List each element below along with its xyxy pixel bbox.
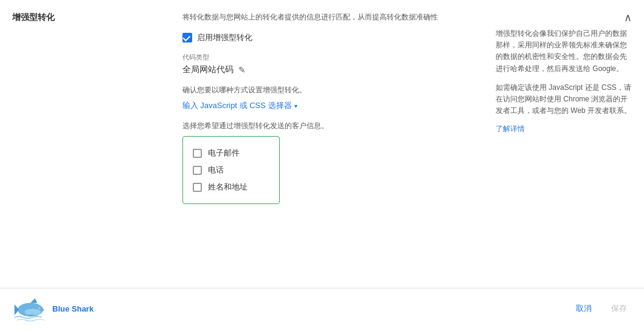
js-css-label: 输入 JavaScript 或 CSS 选择器 bbox=[182, 100, 292, 111]
checkbox-phone[interactable] bbox=[193, 166, 202, 175]
svg-marker-1 bbox=[15, 304, 19, 315]
checkbox-name-address-label: 姓名和地址 bbox=[208, 182, 248, 193]
footer-buttons: 取消 保存 bbox=[571, 299, 632, 318]
middle-section: 将转化数据与您网站上的转化者提供的信息进行匹配，从而提高转化数据准确性 启用增强… bbox=[170, 12, 486, 282]
checkbox-name-address[interactable] bbox=[193, 183, 202, 192]
blue-shark-icon bbox=[12, 293, 49, 324]
cancel-button[interactable]: 取消 bbox=[571, 299, 597, 318]
enable-label: 启用增强型转化 bbox=[197, 32, 252, 43]
description-text: 将转化数据与您网站上的转化者提供的信息进行匹配，从而提高转化数据准确性 bbox=[182, 12, 474, 22]
logo-text: Blue Shark bbox=[52, 304, 94, 313]
checkbox-phone-label: 电话 bbox=[208, 165, 224, 176]
svg-point-4 bbox=[40, 307, 41, 309]
checkbox-row-email: 电子邮件 bbox=[193, 148, 269, 159]
checkbox-row-name-address: 姓名和地址 bbox=[193, 182, 269, 193]
code-type-value: 全局网站代码 bbox=[182, 64, 234, 75]
svg-marker-2 bbox=[30, 298, 37, 303]
footer-area: Blue Shark 取消 保存 bbox=[0, 288, 644, 331]
content-area: 增强型转化 将转化数据与您网站上的转化者提供的信息进行匹配，从而提高转化数据准确… bbox=[0, 0, 644, 288]
right-para1: 增强型转化会像我们保护自己用户的数据那样，采用同样的业界领先标准来确保您的数据的… bbox=[496, 28, 632, 75]
js-css-selector[interactable]: 输入 JavaScript 或 CSS 选择器 ▾ bbox=[182, 100, 474, 111]
blue-shark-logo: Blue Shark bbox=[12, 293, 94, 324]
checkbox-email[interactable] bbox=[193, 149, 202, 158]
enable-checkbox[interactable] bbox=[182, 33, 192, 43]
confirm-text: 确认您要以哪种方式设置增强型转化。 bbox=[182, 85, 474, 95]
checkbox-row-phone: 电话 bbox=[193, 165, 269, 176]
code-type-label: 代码类型 bbox=[182, 53, 474, 62]
learn-more-link[interactable]: 了解详情 bbox=[496, 125, 525, 133]
svg-point-6 bbox=[24, 309, 41, 315]
right-header: ∧ bbox=[496, 12, 632, 23]
section-title: 增强型转化 bbox=[12, 12, 158, 23]
right-panel: ∧ 增强型转化会像我们保护自己用户的数据那样，采用同样的业界领先标准来确保您的数… bbox=[486, 12, 632, 282]
save-button[interactable]: 保存 bbox=[606, 299, 632, 318]
edit-icon[interactable]: ✎ bbox=[238, 65, 246, 75]
code-type-row: 全局网站代码 ✎ bbox=[182, 64, 474, 75]
dropdown-arrow-icon: ▾ bbox=[294, 103, 297, 109]
left-section: 增强型转化 bbox=[12, 12, 170, 282]
right-para2: 如需确定该使用 JavaScript 还是 CSS，请在访问您网站时使用 Chr… bbox=[496, 82, 632, 117]
customer-info-label: 选择您希望通过增强型转化发送的客户信息。 bbox=[182, 121, 474, 131]
main-container: 增强型转化 将转化数据与您网站上的转化者提供的信息进行匹配，从而提高转化数据准确… bbox=[0, 0, 644, 331]
checkbox-email-label: 电子邮件 bbox=[208, 148, 240, 159]
checkbox-group: 电子邮件 电话 姓名和地址 bbox=[182, 136, 280, 204]
enable-checkbox-row: 启用增强型转化 bbox=[182, 32, 474, 43]
collapse-icon[interactable]: ∧ bbox=[624, 12, 632, 23]
